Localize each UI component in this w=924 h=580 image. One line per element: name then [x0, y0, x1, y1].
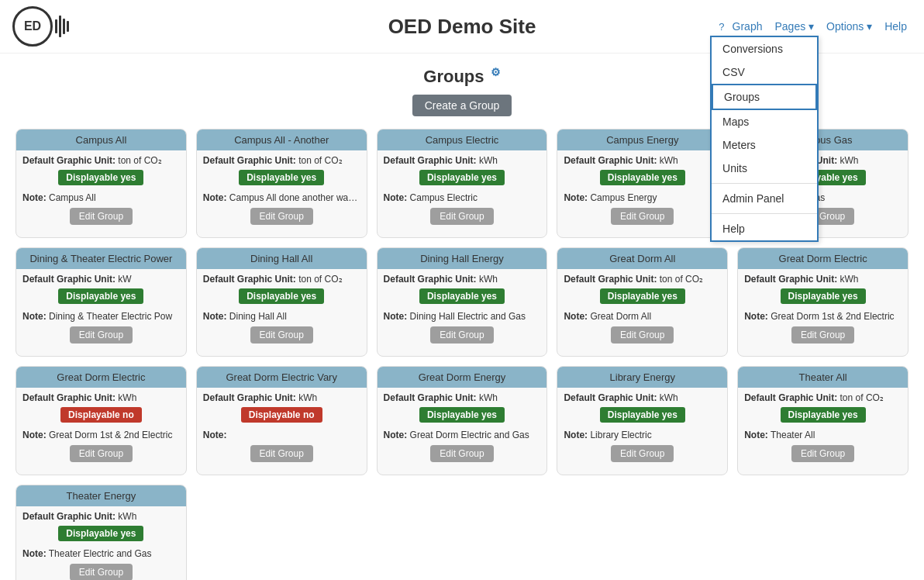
group-note: Note: Theater Electric and Gas: [22, 548, 180, 559]
edit-group-button[interactable]: Edit Group: [430, 445, 493, 462]
group-card-body: Default Graphic Unit: kW Displayable yes…: [16, 269, 186, 348]
menu-item-admin-panel[interactable]: Admin Panel: [712, 187, 817, 210]
group-note: Note: Campus Electric: [384, 192, 541, 203]
group-card-body: Default Graphic Unit: kWh Displayable ye…: [557, 150, 727, 230]
nav-help[interactable]: Help: [880, 17, 912, 36]
group-card: Great Dorm Electric Default Graphic Unit…: [16, 366, 187, 475]
group-card: Campus Electric Default Graphic Unit: kW…: [377, 129, 548, 238]
dropdown-divider-2: [712, 213, 817, 214]
group-note: Note: Great Dorm All: [564, 311, 721, 322]
group-default-unit: Default Graphic Unit: ton of CO₂: [203, 274, 360, 285]
group-card-header: Library Energy: [557, 367, 727, 388]
group-default-unit: Default Graphic Unit: kWh: [564, 155, 721, 166]
group-card-header: Great Dorm Energy: [378, 367, 547, 388]
displayable-badge: Displayable yes: [58, 170, 143, 185]
group-note: Note: Dining & Theater Electric Pow: [22, 311, 180, 322]
group-note: Note: Great Dorm Electric and Gas: [384, 430, 541, 440]
group-note: Note: Campus All: [22, 192, 180, 203]
group-card-body: Default Graphic Unit: ton of CO₂ Display…: [738, 388, 908, 467]
edit-group-button[interactable]: Edit Group: [611, 445, 674, 462]
nav-links: ? Graph Pages ▾ Conversions CSV Groups M…: [719, 17, 912, 36]
displayable-badge: Displayable yes: [239, 288, 324, 304]
pages-dropdown-menu: Conversions CSV Groups Maps Meters Units…: [710, 36, 819, 242]
menu-item-maps[interactable]: Maps: [712, 110, 817, 133]
menu-item-groups[interactable]: Groups: [712, 84, 817, 110]
displayable-badge: Displayable yes: [781, 288, 866, 304]
group-card: Great Dorm Energy Default Graphic Unit: …: [377, 366, 548, 475]
group-card-header: Campus Energy: [557, 129, 727, 150]
group-default-unit: Default Graphic Unit: kWh: [22, 511, 180, 522]
group-card-header: Dining & Theater Electric Power: [16, 248, 186, 269]
displayable-badge: Displayable no: [241, 407, 322, 423]
displayable-badge: Displayable yes: [58, 526, 143, 541]
group-card-header: Campus All - Another: [197, 129, 367, 150]
group-card: Dining Hall All Default Graphic Unit: to…: [196, 247, 367, 357]
edit-group-button[interactable]: Edit Group: [791, 326, 854, 344]
group-card: Great Dorm All Default Graphic Unit: ton…: [557, 247, 728, 357]
logo-circle: ED: [12, 6, 53, 47]
group-default-unit: Default Graphic Unit: kWh: [384, 392, 541, 403]
group-card: Dining & Theater Electric Power Default …: [16, 247, 187, 357]
edit-group-button[interactable]: Edit Group: [611, 208, 674, 225]
group-card: Theater Energy Default Graphic Unit: kWh…: [16, 485, 187, 580]
logo: ED: [12, 6, 70, 47]
edit-group-button[interactable]: Edit Group: [791, 445, 854, 462]
group-card: Campus All Default Graphic Unit: ton of …: [16, 129, 187, 238]
group-card-header: Theater All: [738, 367, 908, 388]
logo-text: ED: [24, 19, 41, 33]
pages-dropdown-btn[interactable]: Pages ▾: [770, 17, 819, 36]
options-dropdown-btn[interactable]: Options ▾: [822, 17, 877, 36]
displayable-badge: Displayable no: [60, 407, 142, 423]
group-card-header: Campus Electric: [378, 129, 547, 150]
group-card-body: Default Graphic Unit: ton of CO₂ Display…: [197, 269, 367, 348]
page-help-icon[interactable]: ⚙: [491, 66, 501, 78]
edit-group-button[interactable]: Edit Group: [611, 326, 674, 344]
group-card-body: Default Graphic Unit: kWh Displayable no…: [16, 388, 186, 467]
group-note: Note: Theater All: [744, 430, 902, 440]
menu-item-csv[interactable]: CSV: [712, 60, 817, 84]
logo-bar-3: [63, 19, 65, 34]
menu-item-conversions[interactable]: Conversions: [712, 37, 817, 60]
group-card-header: Great Dorm All: [557, 248, 727, 269]
menu-item-help[interactable]: Help: [712, 217, 817, 240]
group-default-unit: Default Graphic Unit: kW: [22, 274, 180, 285]
edit-group-button[interactable]: Edit Group: [250, 326, 313, 344]
group-default-unit: Default Graphic Unit: kWh: [203, 392, 360, 403]
group-note: Note: Great Dorm 1st & 2nd Electric: [744, 311, 902, 322]
group-default-unit: Default Graphic Unit: ton of CO₂: [744, 392, 902, 403]
group-note: Note: Library Electric: [564, 430, 721, 440]
group-card-body: Default Graphic Unit: kWh Displayable ye…: [557, 388, 727, 467]
edit-group-button[interactable]: Edit Group: [430, 326, 493, 344]
group-card-body: Default Graphic Unit: kWh Displayable ye…: [378, 388, 547, 467]
group-card-body: Default Graphic Unit: kWh Displayable ye…: [378, 150, 547, 230]
nav-graph[interactable]: Graph: [728, 17, 767, 36]
displayable-badge: Displayable yes: [239, 170, 324, 185]
displayable-badge: Displayable yes: [781, 407, 866, 423]
edit-group-button[interactable]: Edit Group: [70, 445, 133, 462]
group-card-body: Default Graphic Unit: kWh Displayable no…: [197, 388, 367, 467]
displayable-badge: Displayable yes: [600, 288, 685, 304]
edit-group-button[interactable]: Edit Group: [70, 326, 133, 344]
edit-group-button[interactable]: Edit Group: [250, 445, 313, 462]
displayable-badge: Displayable yes: [419, 170, 505, 185]
menu-item-units[interactable]: Units: [712, 157, 817, 180]
create-group-button[interactable]: Create a Group: [412, 95, 512, 116]
header: ED OED Demo Site ? Graph Pages ▾ Convers…: [0, 0, 924, 54]
group-card: Theater All Default Graphic Unit: ton of…: [737, 366, 908, 475]
edit-group-button[interactable]: Edit Group: [430, 208, 493, 225]
menu-item-meters[interactable]: Meters: [712, 133, 817, 157]
edit-group-button[interactable]: Edit Group: [250, 208, 313, 225]
group-card-header: Great Dorm Electric: [16, 367, 186, 388]
edit-group-button[interactable]: Edit Group: [70, 208, 133, 225]
help-icon: ?: [719, 21, 724, 33]
group-card: Campus Energy Default Graphic Unit: kWh …: [557, 129, 728, 238]
options-dropdown[interactable]: Options ▾: [822, 17, 877, 36]
displayable-badge: Displayable yes: [419, 407, 505, 423]
group-default-unit: Default Graphic Unit: kWh: [22, 392, 180, 403]
group-card-header: Theater Energy: [16, 485, 186, 506]
group-default-unit: Default Graphic Unit: ton of CO₂: [564, 274, 721, 285]
edit-group-button[interactable]: Edit Group: [70, 564, 133, 580]
group-card-header: Dining Hall All: [197, 248, 367, 269]
site-title: OED Demo Site: [388, 15, 536, 39]
pages-dropdown[interactable]: Pages ▾ Conversions CSV Groups Maps Mete…: [770, 17, 819, 36]
